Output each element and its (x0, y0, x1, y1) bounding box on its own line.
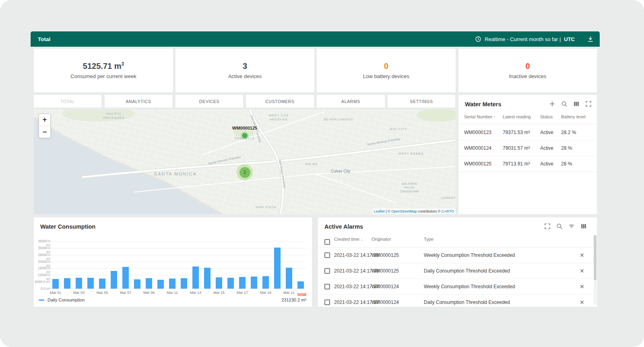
close-icon[interactable]: ✕ (580, 299, 584, 306)
tab-analytics[interactable]: ANALYTICS (105, 95, 172, 107)
active-alarms-body: 2021-03-22 14:17:38WM0000125Weekly Consu… (318, 248, 597, 307)
timewindow-label: Realtime - Current month so far | (485, 36, 561, 42)
tab-total[interactable]: TOTAL (34, 95, 101, 107)
zoom-in-button[interactable]: + (39, 114, 50, 126)
row-checkbox[interactable] (324, 284, 330, 289)
cell-reading: 79713.91 m³ (503, 161, 530, 167)
columns-icon[interactable] (579, 222, 588, 231)
cell-serial: WM0000125 (464, 161, 491, 167)
leaflet-link[interactable]: Leaflet (374, 209, 385, 213)
x-axis-tick: Mar 17 (233, 291, 252, 295)
bar-mar-14 (204, 268, 211, 289)
bar-mar-19 (262, 276, 269, 289)
cell-battery: 28 % (561, 161, 572, 167)
alarm-row[interactable]: 2021-03-22 14:17:38WM0000125Daily Consum… (318, 263, 597, 279)
gridline (52, 248, 306, 248)
stat-card-inactive-devices: 0 Inactive devices (458, 49, 597, 92)
water-meters-title: Water Meters (465, 101, 502, 107)
cell-reading: 79371.53 m³ (503, 130, 530, 135)
column-header-serial[interactable]: Serial Number↑ (464, 114, 496, 119)
attribution-text: | © (385, 209, 391, 213)
download-button[interactable] (587, 35, 594, 43)
map-attribution: Leaflet | © OpenStreetMap contributors ©… (372, 209, 456, 214)
clock-icon (475, 36, 481, 42)
table-row[interactable]: WM000012579713.91 m³Active28 % (458, 156, 597, 172)
column-header-created-time[interactable]: Created time↓ (334, 237, 363, 242)
gridline (52, 255, 306, 255)
tab-settings[interactable]: SETTINGS (388, 95, 455, 107)
fullscreen-icon[interactable] (543, 222, 552, 231)
total-value: 231230.2 m³ (281, 297, 306, 302)
chart-legend[interactable]: Daily Consumption (39, 297, 85, 302)
cell-type: Weekly Consumption Threshold Exceeded (424, 252, 515, 258)
add-entity-button[interactable] (548, 99, 557, 108)
close-icon[interactable]: ✕ (580, 268, 584, 274)
scrollbar-thumb[interactable] (594, 235, 597, 280)
openstreetmap-link[interactable]: OpenStreetMap (391, 209, 417, 213)
fullscreen-icon[interactable] (584, 99, 593, 108)
bar-mar-05 (99, 279, 105, 289)
timewindow-button[interactable]: Realtime - Current month so far | UTC (475, 36, 575, 42)
column-header-battery[interactable]: Battery level (561, 114, 586, 119)
bar-mar-02 (64, 278, 70, 289)
scrollbar[interactable] (594, 234, 597, 305)
filter-icon[interactable] (567, 222, 576, 231)
column-header-originator[interactable]: Originator (372, 237, 391, 242)
water-consumption-panel: Water Consumption 0.0 m³5000.0 m³10000.0… (34, 217, 312, 307)
row-checkbox[interactable] (324, 268, 330, 274)
dashboard: Total Realtime - Current month so far | … (31, 31, 600, 308)
table-row[interactable]: WM000012379371.53 m³Active28.2 % (458, 125, 597, 140)
search-icon[interactable] (560, 99, 569, 108)
attribution-text: contributors © (417, 209, 442, 213)
cell-type: Daily Consumption Threshold Exceeded (424, 268, 510, 274)
stat-card-active-devices: 3 Active devices (175, 49, 314, 92)
select-all-checkbox[interactable] (324, 239, 330, 245)
cell-battery: 28.2 % (561, 130, 576, 135)
row-checkbox[interactable] (324, 252, 330, 258)
bar-mar-07 (122, 267, 129, 289)
bar-mar-10 (157, 280, 164, 289)
carto-link[interactable]: CARTO (442, 209, 454, 213)
tab-alarms[interactable]: ALARMS (317, 95, 385, 107)
cell-originator: WM0000124 (372, 299, 399, 305)
gridline (52, 241, 306, 242)
tab-devices[interactable]: DEVICES (175, 95, 243, 107)
column-header-status[interactable]: Status (540, 114, 553, 119)
cluster-marker[interactable]: 2 (237, 164, 253, 180)
close-icon[interactable]: ✕ (580, 252, 584, 258)
search-icon[interactable] (555, 222, 564, 231)
bar-mar-22 (297, 281, 304, 289)
bar-mar-03 (76, 278, 82, 289)
map[interactable]: PACIFICPALISADESWEST LOSANGELESBEVERLYWO… (34, 109, 456, 214)
stat-label: Active devices (228, 73, 262, 79)
gridline (52, 275, 306, 275)
tab-customers[interactable]: CUSTOMERS (246, 95, 314, 107)
columns-icon[interactable] (572, 99, 581, 108)
column-header-type[interactable]: Type (424, 237, 433, 242)
alarm-row[interactable]: 2021-03-22 14:17:37WM0000124Weekly Consu… (318, 279, 597, 295)
stat-value: 0 (384, 62, 388, 70)
cell-serial: WM0000123 (464, 130, 491, 135)
close-icon[interactable]: ✕ (580, 283, 584, 290)
row-checkbox[interactable] (324, 299, 330, 305)
zoom-out-button[interactable]: − (39, 126, 50, 138)
stat-label: Inactive devices (509, 73, 547, 79)
stat-value-sup: 3 (121, 61, 124, 67)
cell-originator: WM0000124 (372, 284, 399, 289)
alarm-row[interactable]: 2021-03-22 14:17:38WM0000125Weekly Consu… (318, 248, 597, 263)
map-marker-label: WM0000125 (232, 126, 257, 130)
map-roads-layer (34, 109, 456, 214)
stat-card-low-battery: 0 Low battery devices (317, 49, 456, 92)
map-zoom-control: + − (39, 114, 51, 138)
active-alarms-panel: Active Alarms Created time↓ Originator T… (318, 217, 597, 307)
timezone-label: UTC (564, 36, 575, 42)
column-header-reading[interactable]: Latest reading (503, 114, 531, 119)
app-frame: Total Realtime - Current month so far | … (0, 0, 644, 347)
cell-originator: WM0000125 (372, 268, 399, 274)
bar-mar-04 (87, 278, 94, 289)
cell-originator: WM0000125 (372, 252, 399, 258)
device-marker[interactable] (242, 133, 248, 138)
x-axis-tick: Mar 19 (256, 291, 275, 295)
alarm-row[interactable]: 2021-03-22 14:17:37WM0000124Daily Consum… (318, 295, 597, 307)
table-row[interactable]: WM000012479031.57 m³Active28 % (458, 140, 597, 156)
